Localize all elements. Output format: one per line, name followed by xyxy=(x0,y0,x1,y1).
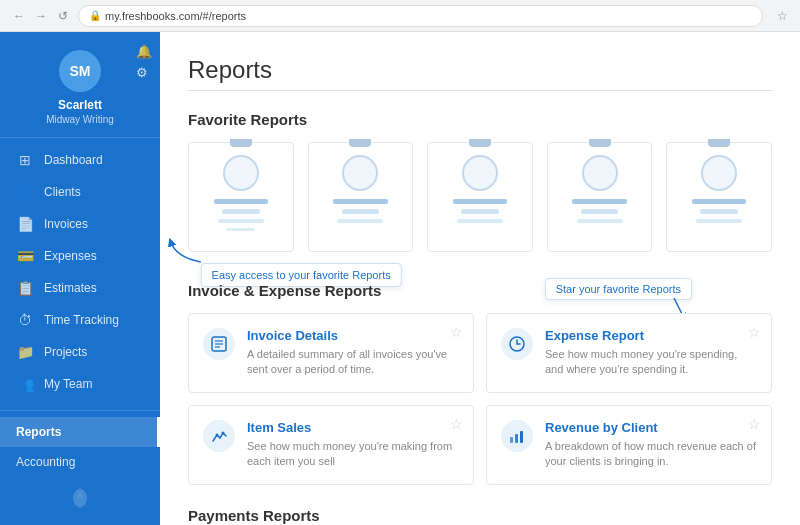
report-card-expense-report[interactable]: Expense Report See how much money you're… xyxy=(486,313,772,393)
fav-circle-2 xyxy=(342,155,378,191)
sidebar-bottom-logo xyxy=(0,471,160,525)
fav-line-1c xyxy=(218,219,264,223)
fav-line-3c xyxy=(457,219,503,223)
sidebar-item-projects[interactable]: 📁 Projects xyxy=(0,336,160,368)
payments-section: Payments Reports Accounts Aging Find out xyxy=(188,507,772,525)
fav-circle-5 xyxy=(701,155,737,191)
sidebar-item-accounting[interactable]: Accounting xyxy=(0,447,160,471)
sidebar-label-time-tracking: Time Tracking xyxy=(44,313,119,327)
expense-report-star[interactable]: ☆ xyxy=(748,324,761,340)
time-tracking-icon: ⏱ xyxy=(16,312,34,328)
favorite-arrow-svg xyxy=(166,237,206,267)
sidebar-label-expenses: Expenses xyxy=(44,249,97,263)
sidebar-nav: ⊞ Dashboard 👤 Clients 📄 Invoices 💳 Expen… xyxy=(0,138,160,471)
fav-line-5a xyxy=(692,199,746,204)
main-content: Reports Favorite Reports xyxy=(160,32,800,525)
expense-report-desc: See how much money you're spending, and … xyxy=(545,347,757,378)
revenue-by-client-desc: A breakdown of how much revenue each of … xyxy=(545,439,757,470)
bookmark-icon[interactable]: ☆ xyxy=(777,9,788,23)
sidebar-icons-row: 🔔 ⚙ xyxy=(136,44,152,80)
invoice-details-icon xyxy=(203,328,235,360)
clip-2 xyxy=(349,139,371,147)
favorite-reports-row: Easy access to your favorite Reports xyxy=(188,142,772,252)
sidebar-label-dashboard: Dashboard xyxy=(44,153,103,167)
fav-line-4b xyxy=(581,209,619,214)
sidebar-username: Scarlett xyxy=(58,98,102,112)
revenue-by-client-icon xyxy=(501,420,533,452)
favorite-card-1[interactable]: Easy access to your favorite Reports xyxy=(188,142,294,252)
fav-line-3a xyxy=(453,199,507,204)
invoice-details-name: Invoice Details xyxy=(247,328,459,343)
sidebar-item-estimates[interactable]: 📋 Estimates xyxy=(0,272,160,304)
my-team-icon: 👥 xyxy=(16,376,34,392)
report-card-revenue-by-client[interactable]: Revenue by Client A breakdown of how muc… xyxy=(486,405,772,485)
projects-icon: 📁 xyxy=(16,344,34,360)
sidebar-item-clients[interactable]: 👤 Clients xyxy=(0,176,160,208)
revenue-by-client-name: Revenue by Client xyxy=(545,420,757,435)
item-sales-star[interactable]: ☆ xyxy=(450,416,463,432)
fav-circle-4 xyxy=(582,155,618,191)
back-button[interactable]: ← xyxy=(12,9,26,23)
sidebar-label-estimates: Estimates xyxy=(44,281,97,295)
browser-chrome: ← → ↺ 🔒 my.freshbooks.com/#/reports ☆ xyxy=(0,0,800,32)
sidebar: 🔔 ⚙ SM Scarlett Midway Writing ⊞ Dashboa… xyxy=(0,32,160,525)
fav-line-5b xyxy=(700,209,738,214)
svg-rect-9 xyxy=(520,431,523,443)
fav-line-1d xyxy=(226,228,255,231)
fav-line-4c xyxy=(577,219,623,223)
item-sales-icon xyxy=(203,420,235,452)
page-title: Reports xyxy=(188,56,772,84)
sidebar-item-expenses[interactable]: 💳 Expenses xyxy=(0,240,160,272)
app-wrapper: 🔔 ⚙ SM Scarlett Midway Writing ⊞ Dashboa… xyxy=(0,32,800,525)
refresh-button[interactable]: ↺ xyxy=(56,9,70,23)
fav-line-1a xyxy=(214,199,268,204)
invoice-details-desc: A detailed summary of all invoices you'v… xyxy=(247,347,459,378)
invoice-details-star[interactable]: ☆ xyxy=(450,324,463,340)
fav-line-2a xyxy=(333,199,387,204)
sidebar-profile: 🔔 ⚙ SM Scarlett Midway Writing xyxy=(0,32,160,138)
item-sales-info: Item Sales See how much money you're mak… xyxy=(247,420,459,470)
notification-icon[interactable]: 🔔 xyxy=(136,44,152,59)
svg-point-6 xyxy=(222,431,225,434)
fav-line-3b xyxy=(461,209,499,214)
clip-3 xyxy=(469,139,491,147)
invoice-details-info: Invoice Details A detailed summary of al… xyxy=(247,328,459,378)
clip-4 xyxy=(589,139,611,147)
report-card-item-sales[interactable]: Item Sales See how much money you're mak… xyxy=(188,405,474,485)
avatar: SM xyxy=(59,50,101,92)
estimates-icon: 📋 xyxy=(16,280,34,296)
settings-icon[interactable]: ⚙ xyxy=(136,65,152,80)
expense-report-info: Expense Report See how much money you're… xyxy=(545,328,757,378)
favorite-card-4[interactable] xyxy=(547,142,653,252)
sidebar-item-time-tracking[interactable]: ⏱ Time Tracking xyxy=(0,304,160,336)
sidebar-item-my-team[interactable]: 👥 My Team xyxy=(0,368,160,400)
fav-circle-3 xyxy=(462,155,498,191)
clip-1 xyxy=(230,139,252,147)
url-bar[interactable]: 🔒 my.freshbooks.com/#/reports xyxy=(78,5,763,27)
fav-line-1b xyxy=(222,209,260,214)
revenue-by-client-star[interactable]: ☆ xyxy=(748,416,761,432)
url-text: my.freshbooks.com/#/reports xyxy=(105,10,246,22)
dashboard-icon: ⊞ xyxy=(16,152,34,168)
favorite-card-2[interactable] xyxy=(308,142,414,252)
forward-button[interactable]: → xyxy=(34,9,48,23)
fav-circle-1 xyxy=(223,155,259,191)
expenses-icon: 💳 xyxy=(16,248,34,264)
favorite-section-label: Favorite Reports xyxy=(188,111,772,128)
star-tooltip-text: Star your favorite Reports xyxy=(545,278,692,300)
favorite-card-5[interactable] xyxy=(666,142,772,252)
sidebar-label-projects: Projects xyxy=(44,345,87,359)
sidebar-item-invoices[interactable]: 📄 Invoices xyxy=(0,208,160,240)
sidebar-label-accounting: Accounting xyxy=(16,455,75,469)
sidebar-item-reports[interactable]: Reports xyxy=(0,417,160,447)
sidebar-label-invoices: Invoices xyxy=(44,217,88,231)
revenue-by-client-info: Revenue by Client A breakdown of how muc… xyxy=(545,420,757,470)
sidebar-label-reports: Reports xyxy=(16,425,61,439)
sidebar-label-my-team: My Team xyxy=(44,377,92,391)
fav-line-2c xyxy=(337,219,383,223)
favorite-card-3[interactable] xyxy=(427,142,533,252)
sidebar-item-dashboard[interactable]: ⊞ Dashboard xyxy=(0,144,160,176)
item-sales-desc: See how much money you're making from ea… xyxy=(247,439,459,470)
report-card-invoice-details[interactable]: Invoice Details A detailed summary of al… xyxy=(188,313,474,393)
fav-line-2b xyxy=(342,209,380,214)
